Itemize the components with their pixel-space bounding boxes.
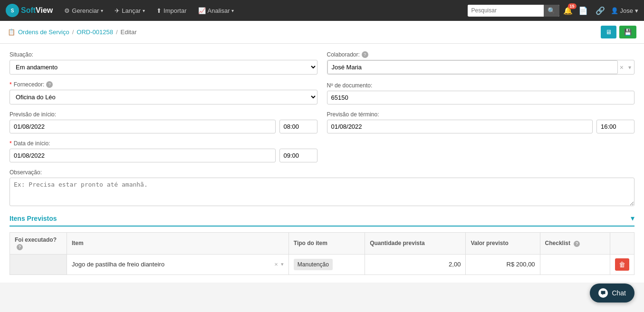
colaborador-clear-button[interactable]: ×: [618, 64, 625, 71]
form-row-observacao: Observação:: [10, 169, 634, 206]
launch-icon: ✈: [115, 7, 120, 14]
fornecedor-group: * Fornecedor: ? Oficina do Léo: [10, 81, 317, 104]
colaborador-help-icon: ?: [362, 51, 368, 58]
search-button[interactable]: 🔍: [544, 5, 559, 17]
previsao-inicio-label: Previsão de início:: [10, 111, 317, 118]
data-inicio-fields: [10, 149, 317, 162]
import-icon: ⬆: [156, 7, 162, 14]
itens-previstos-table: Foi executado? ? Item Tipo do item Quant…: [10, 232, 634, 275]
col-tipo: Tipo do item: [288, 233, 365, 255]
tipo-badge: Manutenção: [294, 259, 333, 270]
td-delete: 🗑: [610, 254, 634, 274]
observacao-group: Observação:: [10, 169, 634, 206]
form-row-4: * Data de início:: [10, 140, 634, 162]
search-input[interactable]: [468, 5, 544, 16]
notification-badge: 15: [568, 3, 577, 9]
executado-help-icon: ?: [17, 244, 23, 250]
colaborador-select-container: × ▾: [327, 60, 635, 75]
td-checklist: [540, 254, 610, 274]
data-inicio-date-input[interactable]: [10, 149, 276, 162]
view-button[interactable]: 🖥: [601, 26, 616, 38]
previsao-inicio-group: Previsão de início:: [10, 111, 317, 133]
main-content: Situação: Em andamento Concluído Cancela…: [0, 44, 644, 283]
situacao-group: Situação: Em andamento Concluído Cancela…: [10, 51, 317, 75]
situacao-select[interactable]: Em andamento Concluído Cancelado Pendent…: [10, 60, 317, 75]
colaborador-group: Colaborador: ? × ▾: [327, 51, 635, 75]
breadcrumb-actions: 🖥 💾: [601, 26, 636, 38]
nav-lancar[interactable]: ✈ Lançar ▾: [110, 4, 150, 17]
data-inicio-label: * Data de início:: [10, 140, 317, 147]
breadcrumb-current: Editar: [121, 28, 137, 36]
brand-logo: S: [6, 4, 19, 17]
itens-previstos-toggle[interactable]: ▾: [631, 214, 634, 223]
delete-row-button[interactable]: 🗑: [615, 258, 629, 271]
fornecedor-label: * Fornecedor: ?: [10, 81, 317, 88]
col-actions: [610, 233, 634, 255]
breadcrumb-order-link[interactable]: ORD-001258: [77, 28, 113, 36]
breadcrumb-parent-link[interactable]: Ordens de Serviço: [18, 28, 69, 36]
chevron-down-icon: ▾: [635, 7, 638, 14]
td-valor: R$ 200,00: [466, 254, 540, 274]
observacao-textarea[interactable]: [10, 178, 634, 206]
user-menu[interactable]: 👤 Jose ▾: [611, 7, 638, 14]
td-executado: [10, 254, 67, 274]
fornecedor-help-icon: ?: [46, 81, 53, 88]
item-cell: Jogo de pastilha de freio dianteiro × ▾: [72, 261, 284, 268]
data-inicio-time-input[interactable]: [279, 149, 317, 162]
breadcrumb-separator: /: [72, 28, 74, 36]
td-tipo: Manutenção: [288, 254, 365, 274]
col-checklist: Checklist ?: [540, 233, 610, 255]
table-header: Foi executado? ? Item Tipo do item Quant…: [10, 233, 634, 255]
n-documento-input[interactable]: [327, 91, 635, 104]
previsao-termino-group: Previsão de término:: [327, 111, 635, 133]
breadcrumb: 📋 Ordens de Serviço / ORD-001258 / Edita…: [8, 28, 137, 36]
colaborador-dropdown-button[interactable]: ▾: [625, 64, 634, 71]
colaborador-input[interactable]: [327, 60, 618, 74]
col-valor: Valor previsto: [466, 233, 540, 255]
nav-analisar[interactable]: 📈 Analisar ▾: [193, 4, 239, 17]
nav-importar[interactable]: ⬆ Importar: [152, 4, 191, 17]
network-icon[interactable]: 🔗: [594, 4, 607, 17]
col-item: Item: [67, 233, 289, 255]
navbar-right: 🔍 🔔 15 📄 🔗 👤 Jose ▾: [468, 4, 638, 17]
previsao-termino-time-input[interactable]: [596, 120, 634, 133]
breadcrumb-bar: 📋 Ordens de Serviço / ORD-001258 / Edita…: [0, 21, 644, 44]
colaborador-label: Colaborador: ?: [327, 51, 635, 58]
user-icon: 👤: [611, 7, 618, 14]
table-body: Jogo de pastilha de freio dianteiro × ▾ …: [10, 254, 634, 274]
search-box: 🔍: [468, 5, 559, 17]
nav-gerenciar[interactable]: ⚙ Gerenciar ▾: [59, 4, 108, 17]
brand: S SoftView: [6, 4, 53, 17]
gear-icon: ⚙: [64, 7, 70, 14]
observacao-label: Observação:: [10, 169, 634, 176]
itens-previstos-title: Itens Previstos: [10, 215, 57, 222]
home-icon: 📋: [8, 28, 15, 36]
form-row-1: Situação: Em andamento Concluído Cancela…: [10, 51, 634, 75]
n-documento-group: Nº de documento:: [327, 82, 635, 104]
chevron-down-icon: ▾: [143, 8, 145, 13]
td-quantidade: 2,00: [365, 254, 466, 274]
chevron-down-icon: ▾: [101, 8, 103, 13]
previsao-inicio-date-input[interactable]: [10, 120, 276, 133]
form-row-2: * Fornecedor: ? Oficina do Léo Nº de doc…: [10, 81, 634, 104]
data-inicio-group: * Data de início:: [10, 140, 317, 162]
notification-bell[interactable]: 🔔 15: [563, 6, 573, 15]
checklist-help-icon: ?: [574, 241, 580, 247]
n-documento-label: Nº de documento:: [327, 82, 635, 89]
navbar: S SoftView ⚙ Gerenciar ▾ ✈ Lançar ▾ ⬆ Im…: [0, 0, 644, 21]
brand-text: SoftView: [21, 6, 53, 15]
previsao-termino-fields: [327, 120, 635, 133]
td-item: Jogo de pastilha de freio dianteiro × ▾: [67, 254, 289, 274]
item-dropdown-button[interactable]: ▾: [281, 261, 284, 267]
document-icon[interactable]: 📄: [577, 4, 590, 17]
item-clear-button[interactable]: ×: [274, 261, 278, 268]
chevron-down-icon: ▾: [231, 8, 234, 13]
svg-text:S: S: [11, 8, 14, 13]
previsao-inicio-time-input[interactable]: [279, 120, 317, 133]
save-button[interactable]: 💾: [619, 26, 636, 38]
col-executado: Foi executado? ?: [10, 233, 67, 255]
fornecedor-select[interactable]: Oficina do Léo: [10, 90, 317, 104]
col-quantidade: Quantidade prevista: [365, 233, 466, 255]
previsao-termino-date-input[interactable]: [327, 120, 593, 133]
chart-icon: 📈: [198, 7, 206, 14]
